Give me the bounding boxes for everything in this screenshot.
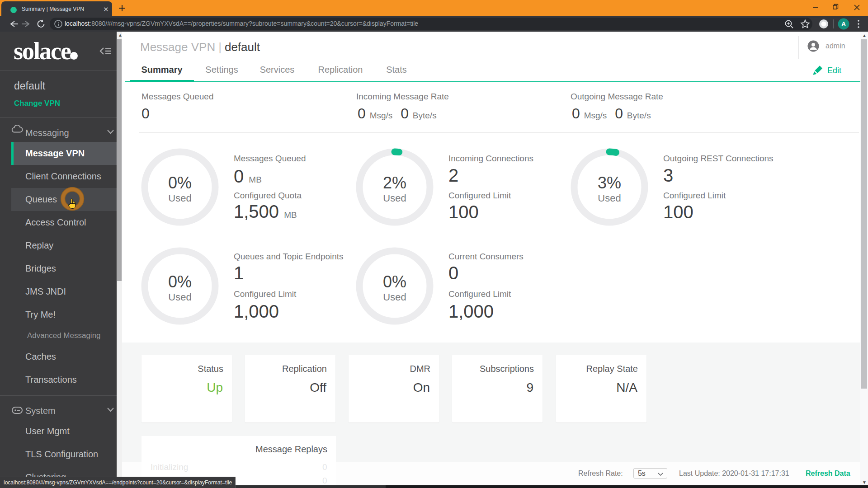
svg-text:A: A	[841, 20, 846, 28]
